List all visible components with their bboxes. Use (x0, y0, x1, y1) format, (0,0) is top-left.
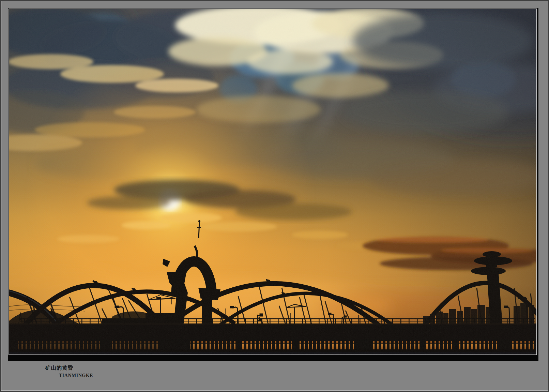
caption-title: 矿山的黄昏 (45, 365, 74, 371)
caption: 矿山的黄昏 TIANMINGKE (1, 362, 548, 390)
sunset-scene (9, 9, 536, 355)
photo-backing-panel (8, 8, 538, 361)
film-grain (9, 9, 536, 355)
photograph (9, 9, 537, 355)
photo-frame: 矿山的黄昏 TIANMINGKE (0, 0, 549, 392)
caption-author: TIANMINGKE (59, 373, 93, 378)
